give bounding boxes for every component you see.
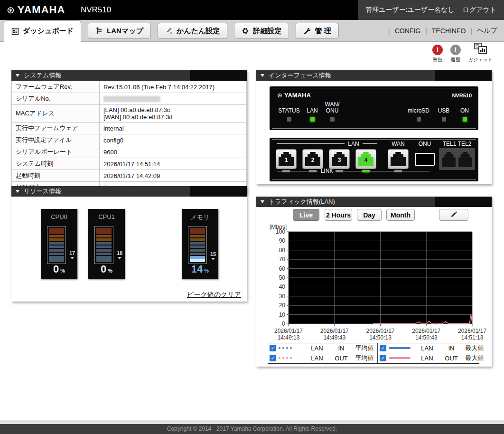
gauge-unit: %	[204, 268, 209, 274]
traffic-range-month[interactable]: Month	[386, 209, 415, 221]
interface-info-header[interactable]: インターフェース情報	[256, 70, 492, 81]
table-row: 実行中ファームウェアinternal	[12, 123, 247, 134]
table-row: 実行中設定ファイルconfig0	[12, 134, 247, 146]
legend-group: LANOUT平均値	[268, 353, 377, 363]
port-number: 4	[356, 157, 376, 163]
gauge-unit: %	[108, 268, 112, 274]
clear-peak-link[interactable]: ピーク値のクリア	[187, 291, 241, 299]
traffic-range-2-hours[interactable]: 2 Hours	[325, 209, 352, 221]
gauge-percent: 0	[101, 263, 106, 275]
table-row: MACアドレス[LAN] 00:a0:de:e8:87:3c[WAN] 00:a…	[12, 105, 247, 123]
gauge-segment	[96, 242, 112, 245]
legend-checkbox-lan-out-avg[interactable]	[270, 355, 276, 361]
legend-direction: OUT	[331, 355, 352, 362]
legend-line-sample	[389, 357, 413, 359]
panel-line	[363, 143, 377, 144]
tab-label: 管 理	[315, 27, 331, 36]
warning-button[interactable]: !警告	[432, 45, 443, 63]
nav-link-techinfo[interactable]: TECHINFO	[432, 27, 466, 35]
gauge-segment	[190, 249, 205, 252]
history-button[interactable]: !履歴	[450, 45, 461, 63]
tab-nav-3[interactable]: 詳細設定	[234, 23, 289, 39]
resource-info-header[interactable]: リソース情報	[11, 186, 247, 197]
gauge-title: メモリ	[182, 213, 218, 222]
gauge-segment	[49, 242, 64, 245]
row-label: MACアドレス	[12, 105, 100, 123]
system-info-table: ファームウェアRev.Rev.15.01.06 (Tue Feb 7 14:04…	[11, 81, 247, 194]
device-model: NVR510	[452, 93, 472, 98]
gauge-segment	[96, 228, 112, 231]
svg-text:14:50:43: 14:50:43	[415, 334, 438, 341]
legend-stat: 平均値	[352, 354, 377, 362]
table-row: シリアルボーレート9600	[12, 146, 247, 158]
device-port-panel: LANWANONUTEL1 TEL2LINK1234	[270, 138, 478, 181]
gauge-segment	[190, 235, 205, 238]
wand-icon	[165, 27, 173, 35]
svg-text:14:49:43: 14:49:43	[323, 334, 345, 341]
gauge-percent: 14	[191, 263, 203, 275]
nav-link-config[interactable]: CONFIG	[395, 27, 420, 35]
tab-nav-1[interactable]: LANマップ	[88, 23, 151, 39]
gauge-cpu1: CPU1180%	[88, 209, 125, 279]
tab-dashboard[interactable]: ダッシュボード	[4, 20, 81, 42]
row-label: シリアルNo.	[12, 93, 100, 105]
tab-nav-2[interactable]: かんたん設定	[158, 23, 227, 39]
gauge-segment	[96, 249, 112, 252]
gauge-segment	[190, 259, 205, 262]
traffic-info-header[interactable]: トラフィック情報(LAN)	[256, 197, 492, 207]
peak-triangle-icon	[118, 257, 121, 259]
legend-checkbox-lan-out-max[interactable]	[380, 355, 386, 361]
redacted-serial	[103, 96, 160, 102]
interface-body: ⊛ YAMAHA NVR510 STATUSLANWAN/ONUmicroSDU…	[256, 81, 492, 184]
tel2-jack	[458, 152, 472, 167]
svg-text:2026/01/17: 2026/01/17	[274, 328, 303, 334]
gadget-button[interactable]: ガジェット	[468, 43, 493, 63]
peak-triangle-icon	[70, 257, 74, 259]
tab-label: 詳細設定	[253, 27, 281, 36]
gauge-segment	[190, 238, 205, 241]
legend-row: LANIN平均値LANIN最大値	[268, 343, 479, 353]
legend-stat: 最大値	[462, 354, 487, 362]
svg-text:14:51:13: 14:51:13	[461, 334, 484, 341]
row-label: システム時刻	[12, 158, 100, 170]
tab-nav-4[interactable]: 管 理	[296, 23, 338, 39]
led-indicator	[330, 117, 335, 122]
row-value: [LAN] 00:a0:de:e8:87:3c[WAN] 00:a0:de:e8…	[100, 105, 247, 123]
nav-link-ヘルプ[interactable]: ヘルプ	[477, 27, 497, 35]
system-info-header[interactable]: システム情報	[11, 70, 247, 81]
svg-text:0: 0	[282, 321, 285, 327]
table-row: システム時刻2026/01/17 14:51:14	[12, 158, 247, 170]
gadget-icon	[474, 43, 487, 55]
legend-group: LANOUT最大値	[377, 353, 487, 363]
panel-line	[336, 171, 429, 171]
gauge-memory: メモリ1514%	[182, 209, 218, 279]
quick-icon-label: 履歴	[451, 57, 460, 63]
svg-text:90: 90	[279, 237, 286, 244]
legend-line-sample	[389, 347, 413, 349]
wrench-icon	[303, 27, 311, 35]
legend-checkbox-lan-in-max[interactable]	[380, 345, 386, 351]
resource-body: CPU0170%CPU1180%メモリ1514% ピーク値のクリア	[11, 197, 247, 302]
quick-icon-label: ガジェット	[468, 57, 493, 63]
gauge-segment	[190, 245, 205, 248]
lan-group-label: LAN	[348, 141, 359, 147]
led-indicator	[463, 117, 467, 122]
gauge-segment	[49, 256, 64, 259]
gauge-segment	[49, 228, 64, 231]
gauge-bar	[188, 226, 207, 264]
brand-logo: ⊛ YAMAHA	[7, 0, 65, 20]
legend-checkbox-lan-in-avg[interactable]	[270, 345, 276, 351]
logout-link[interactable]: ログアウト	[462, 6, 496, 14]
tab-label: かんたん設定	[177, 27, 220, 36]
traffic-range-live[interactable]: Live	[293, 209, 319, 221]
edit-traffic-button[interactable]	[439, 209, 468, 221]
wan-port	[388, 149, 409, 169]
model-title: NVR510	[81, 0, 111, 20]
led-label: ON	[446, 101, 483, 114]
nav-separator: |	[470, 27, 472, 35]
legend-interface: LAN	[413, 345, 441, 352]
traffic-range-day[interactable]: Day	[357, 209, 382, 221]
device-brand-text: YAMAHA	[284, 92, 311, 99]
row-label: ファームウェアRev.	[12, 81, 100, 93]
yamaha-logo-icon: ⊛	[7, 4, 15, 16]
